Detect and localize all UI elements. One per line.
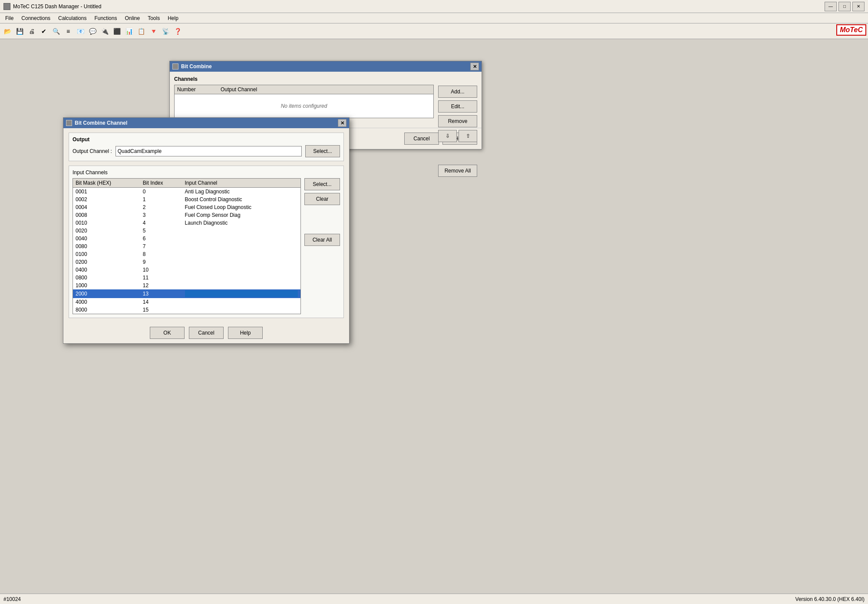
toolbar-down[interactable]: 🔻 (148, 26, 159, 37)
table-row[interactable]: 200013 (73, 289, 300, 298)
table-row[interactable]: 040010 (73, 266, 300, 274)
cell-channel (182, 242, 300, 250)
cell-channel: Boost Control Diagnostic (182, 196, 300, 203)
table-row[interactable]: 100012 (73, 282, 300, 289)
cell-index: 2 (140, 203, 182, 211)
cell-index: 10 (140, 266, 182, 274)
table-row[interactable]: 00807 (73, 242, 300, 250)
table-row[interactable]: 00205 (73, 227, 300, 235)
table-row[interactable]: 01008 (73, 250, 300, 258)
table-row[interactable]: 02009 (73, 258, 300, 266)
ok-button[interactable]: OK (150, 327, 185, 339)
toolbar-search[interactable]: 🔍 (50, 26, 62, 37)
cell-channel (182, 235, 300, 242)
menu-file[interactable]: File (2, 14, 17, 22)
remove-button[interactable]: Remove (438, 115, 477, 127)
cell-channel: Anti Lag Diagnostic (182, 188, 300, 196)
cell-mask: 0080 (73, 242, 140, 250)
toolbar-new[interactable]: 📂 (2, 26, 13, 37)
cell-index: 3 (140, 211, 182, 219)
channels-table: Number Output Channel No items configure… (174, 85, 434, 118)
remove-all-button[interactable]: Remove All (438, 165, 477, 177)
cell-channel: Fuel Closed Loop Diagnostic (182, 203, 300, 211)
cancel-button[interactable]: Cancel (189, 327, 224, 339)
clear-all-button[interactable]: Clear All (304, 234, 340, 246)
table-row[interactable]: 400014 (73, 298, 300, 306)
channel-dialog-close[interactable]: ✕ (338, 119, 347, 127)
input-select-button[interactable]: Select... (304, 178, 340, 190)
output-channel-input[interactable] (116, 146, 302, 156)
menu-functions[interactable]: Functions (91, 14, 120, 22)
toolbar-chart[interactable]: 📊 (123, 26, 135, 37)
cell-channel (182, 250, 300, 258)
cell-mask: 0008 (73, 211, 140, 219)
col-bitmask: Bit Mask (HEX) (73, 179, 140, 188)
menu-connections[interactable]: Connections (18, 14, 54, 22)
toolbar-check[interactable]: ✔ (38, 26, 50, 37)
toolbar-signal[interactable]: 📡 (160, 26, 171, 37)
table-row[interactable]: 00083Fuel Comp Sensor Diag (73, 211, 300, 219)
bit-combine-channel-dialog: Bit Combine Channel ✕ Output Output Chan… (63, 117, 350, 344)
toolbar-connect[interactable]: 🔌 (99, 26, 110, 37)
maximize-button[interactable]: □ (838, 2, 851, 11)
toolbar-block[interactable]: ⬛ (111, 26, 122, 37)
channels-table-header: Number Output Channel (175, 85, 433, 94)
cell-index: 11 (140, 274, 182, 282)
cell-index: 4 (140, 219, 182, 227)
menu-calculations[interactable]: Calculations (55, 14, 90, 22)
cell-index: 8 (140, 250, 182, 258)
table-row[interactable]: 00021Boost Control Diagnostic (73, 196, 300, 203)
toolbar-email[interactable]: 📧 (75, 26, 86, 37)
input-channels-label: Input Channels (73, 169, 340, 176)
help-button[interactable]: Help (228, 327, 263, 339)
toolbar-chat[interactable]: 💬 (87, 26, 98, 37)
move-down-button[interactable]: ⇩ (438, 130, 457, 142)
cell-channel: Fuel Comp Sensor Diag (182, 211, 300, 219)
output-row: Output Channel : Select... (73, 145, 340, 157)
cell-mask: 0040 (73, 235, 140, 242)
cell-mask: 0004 (73, 203, 140, 211)
table-row[interactable]: 080011 (73, 274, 300, 282)
menu-online[interactable]: Online (121, 14, 143, 22)
cell-mask: 0200 (73, 258, 140, 266)
toolbar-save[interactable]: 💾 (14, 26, 25, 37)
bg-cancel-button[interactable]: Cancel (404, 133, 439, 145)
cell-mask: 0010 (73, 219, 140, 227)
table-row[interactable]: 00010Anti Lag Diagnostic (73, 188, 300, 196)
toolbar-clipboard[interactable]: 📋 (135, 26, 147, 37)
clear-button[interactable]: Clear (304, 193, 340, 205)
minimize-button[interactable]: — (825, 2, 837, 11)
dialog-icon (172, 63, 178, 70)
table-row[interactable]: 00406 (73, 235, 300, 242)
move-up-button[interactable]: ⇧ (459, 130, 477, 142)
output-section: Output Output Channel : Select... (69, 133, 344, 161)
add-button[interactable]: Add... (438, 86, 477, 98)
cell-mask: 1000 (73, 282, 140, 289)
window-controls: — □ ✕ (825, 2, 865, 11)
output-select-button[interactable]: Select... (305, 145, 340, 157)
cell-mask: 0400 (73, 266, 140, 274)
toolbar-print[interactable]: 🖨 (26, 26, 37, 37)
cell-mask: 0800 (73, 274, 140, 282)
cell-index: 1 (140, 196, 182, 203)
toolbar-help[interactable]: ❓ (172, 26, 183, 37)
close-button[interactable]: ✕ (852, 2, 865, 11)
cell-mask: 0100 (73, 250, 140, 258)
app-title: MoTeC C125 Dash Manager - Untitled (13, 3, 825, 10)
menu-tools[interactable]: Tools (144, 14, 163, 22)
cell-channel (182, 289, 300, 298)
bit-combine-close[interactable]: ✕ (470, 63, 479, 70)
table-row[interactable]: 800015 (73, 306, 300, 314)
toolbar-list[interactable]: ≡ (63, 26, 74, 37)
table-row[interactable]: 00042Fuel Closed Loop Diagnostic (73, 203, 300, 211)
cell-channel (182, 266, 300, 274)
main-area: Bit Combine ✕ Channels Number Output Cha… (0, 39, 868, 594)
channel-dialog-icon (66, 120, 72, 126)
table-row[interactable]: 00104Launch Diagnostic (73, 219, 300, 227)
output-channel-label: Output Channel : (73, 148, 112, 154)
menu-help[interactable]: Help (164, 14, 182, 22)
no-items-message: No items configured (175, 94, 433, 118)
status-left: #10024 (3, 596, 21, 602)
edit-button[interactable]: Edit... (438, 100, 477, 113)
cell-mask: 0002 (73, 196, 140, 203)
